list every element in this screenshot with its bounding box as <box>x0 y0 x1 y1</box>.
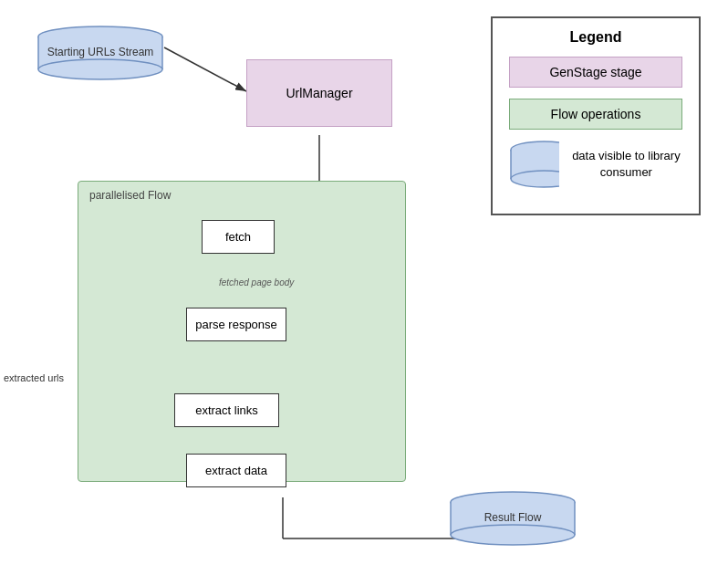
legend-genstage-box: GenStage stage <box>509 57 682 88</box>
svg-line-1 <box>164 47 246 91</box>
extracted-urls-label: extracted urls <box>4 372 64 383</box>
legend-data-label: data visible to library consumer <box>568 148 684 181</box>
svg-text:Result Flow: Result Flow <box>484 511 542 524</box>
extract-links-box: extract links <box>174 393 279 427</box>
legend-title: Legend <box>507 29 684 46</box>
legend-cylinder-container: data visible to library consumer <box>507 141 684 188</box>
result-flow-cylinder: Result Flow <box>447 491 579 546</box>
url-manager-label: UrlManager <box>286 86 352 100</box>
extract-data-label: extract data <box>205 464 267 477</box>
parse-response-box: parse response <box>186 308 286 341</box>
fetch-label: fetch <box>225 230 251 244</box>
extract-links-label: extract links <box>195 403 258 417</box>
svg-text:Starting URLs Stream: Starting URLs Stream <box>47 46 154 58</box>
parse-response-label: parse response <box>195 318 277 331</box>
starting-urls-cylinder: Starting URLs Stream <box>35 26 167 80</box>
legend-flow-box: Flow operations <box>509 99 682 130</box>
legend-genstage-label: GenStage stage <box>549 65 641 79</box>
parallel-flow-container: parallelised Flow fetch fetched page bod… <box>78 181 406 482</box>
extract-data-box: extract data <box>186 454 286 487</box>
fetch-box: fetch <box>202 220 275 254</box>
fetched-page-body-label: fetched page body <box>219 277 294 288</box>
legend-genstage-item: GenStage stage <box>507 57 684 88</box>
url-manager-box: UrlManager <box>246 59 392 127</box>
result-flow-svg: Result Flow <box>447 491 579 546</box>
legend-flow-label: Flow operations <box>551 107 641 121</box>
legend-data-item: data visible to library consumer <box>507 141 684 188</box>
legend-flow-item: Flow operations <box>507 99 684 130</box>
svg-point-15 <box>38 59 162 79</box>
svg-point-27 <box>511 171 559 187</box>
legend-cylinder-svg <box>507 141 559 188</box>
starting-urls-svg: Starting URLs Stream <box>35 26 167 80</box>
svg-point-21 <box>451 525 575 545</box>
parallel-flow-label: parallelised Flow <box>89 189 171 202</box>
diagram-container: Starting URLs Stream UrlManager parallel… <box>0 0 728 575</box>
legend-box: Legend GenStage stage Flow operations da <box>491 16 701 215</box>
